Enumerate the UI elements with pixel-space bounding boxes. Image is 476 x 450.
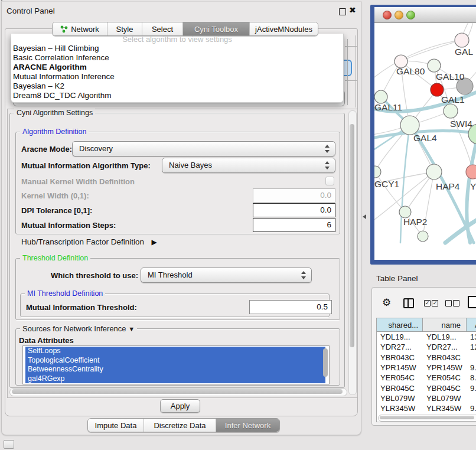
attr-list-scrollbar-thumb[interactable]: [323, 348, 328, 377]
algorithm-option[interactable]: Bayesian – Hill Climbing: [13, 44, 99, 53]
tab-select[interactable]: Select: [142, 22, 182, 35]
algorithm-option[interactable]: Dream8 DC_TDC Algorithm: [13, 91, 112, 100]
scrollbar-thumb[interactable]: [380, 416, 474, 419]
select-all-checkbox-icon[interactable]: ✓: [424, 300, 431, 306]
node-hap2[interactable]: [399, 206, 411, 218]
hub-section-toggle[interactable]: Hub/Transcription Factor Definition ▶: [21, 236, 157, 246]
threshold-definition-title: Threshold Definition: [20, 254, 90, 262]
panel-collapse-arrow[interactable]: [363, 214, 366, 219]
node-gal-partial[interactable]: [455, 33, 469, 47]
tab-style[interactable]: Style: [107, 22, 142, 35]
which-threshold-select[interactable]: MI Threshold: [141, 268, 312, 283]
node-label: Y: [470, 181, 476, 191]
mi-steps-value: 6: [327, 220, 331, 229]
table-row: YBL079WYBL079W: [377, 393, 476, 403]
mi-steps-field[interactable]: 6: [253, 218, 335, 232]
dpi-tolerance-field[interactable]: 0.0: [253, 203, 335, 217]
algorithm-definition-title: Algorithm Definition: [20, 128, 89, 136]
kernel-width-value: 0.0: [320, 191, 331, 200]
column-header-shared[interactable]: shared...: [377, 318, 423, 331]
node-gal4[interactable]: [400, 116, 419, 135]
network-view-window[interactable]: GAL GAL80 GAL10 GAL1 GAL11 SWI4 GAL4 GCY…: [370, 5, 476, 265]
mi-threshold-label: Mutual Information Threshold:: [26, 303, 137, 312]
column-header-partial[interactable]: A: [467, 318, 476, 331]
kernel-width-label: Kernel Width (0,1):: [21, 191, 89, 200]
float-icon[interactable]: [339, 8, 346, 15]
triangle-down-icon: ▼: [128, 325, 135, 332]
data-attributes-list: SelfLoops TopologicalCoefficient Between…: [22, 345, 330, 384]
node-gal11[interactable]: [374, 90, 387, 103]
network-canvas[interactable]: GAL GAL80 GAL10 GAL1 GAL11 SWI4 GAL4 GCY…: [374, 23, 476, 260]
table-row: YBR045CYBR045C9.: [377, 383, 476, 393]
table-row: YER054CYER054C8.: [377, 373, 476, 383]
node-gal10[interactable]: [428, 59, 441, 72]
node-label: GAL: [455, 47, 473, 57]
dpi-tolerance-value: 0.0: [320, 206, 331, 214]
node-label: GAL11: [374, 102, 402, 112]
aracne-mode-select[interactable]: Discovery: [72, 141, 335, 156]
deselect-all-checkbox-icon[interactable]: [453, 300, 459, 306]
mi-type-select[interactable]: Naive Bayes: [162, 158, 335, 173]
algorithm-option[interactable]: ARACNE Algorithm: [13, 63, 87, 71]
settings-vertical-scrollbar[interactable]: [348, 110, 357, 395]
table-row: YDR27...YDR27...12: [377, 342, 476, 352]
node-hap4[interactable]: [426, 164, 442, 180]
node-label: GAL10: [436, 71, 465, 81]
tab-network[interactable]: Network: [53, 22, 107, 35]
node-partial-bottom[interactable]: [418, 231, 428, 242]
attribute-item[interactable]: TopologicalCoefficient: [25, 356, 325, 366]
algorithm-option[interactable]: Bayesian – K2: [13, 81, 64, 90]
aracne-mode-value: Discovery: [79, 144, 113, 153]
zoom-traffic-button[interactable]: [406, 11, 415, 19]
which-threshold-value: MI Threshold: [148, 270, 193, 279]
table-row: YPR145WYPR145W9.: [377, 363, 476, 373]
sources-group-title[interactable]: Sources for Network Inference ▼: [20, 324, 137, 333]
attribute-item[interactable]: BetweennessCentrality: [25, 365, 325, 374]
algorithm-placeholder: Select algorithm to view settings: [11, 35, 343, 44]
columns-icon[interactable]: [403, 298, 414, 308]
select-all-checkbox-icon[interactable]: ✓: [432, 300, 438, 306]
node-salmon[interactable]: [466, 165, 476, 179]
close-traffic-button[interactable]: [383, 11, 392, 19]
node-label: HAP2: [403, 217, 428, 227]
document-icon[interactable]: [468, 296, 476, 308]
mi-threshold-value: 0.5: [317, 302, 328, 311]
mi-threshold-field[interactable]: 0.5: [249, 300, 332, 314]
data-attributes-label: Data Attributes: [19, 336, 74, 345]
table-header-row: shared... name A: [377, 318, 476, 332]
apply-button[interactable]: Apply: [160, 399, 200, 413]
tab-impute-data[interactable]: Impute Data: [88, 419, 144, 432]
tab-cyni-toolbox[interactable]: Cyni Toolbox: [182, 22, 249, 35]
close-icon[interactable]: ✖: [349, 5, 356, 15]
node-table: shared... name A YDL19...YDL19...13 YDR2…: [376, 318, 476, 422]
updown-arrows-icon: [324, 145, 330, 153]
attribute-item[interactable]: gal4RGexp: [25, 374, 325, 384]
table-row: YDL19...YDL19...13: [377, 332, 476, 342]
groupbox-fragment-top: [345, 46, 357, 47]
algorithm-option[interactable]: Mutual Information Inference: [13, 72, 115, 81]
table-horizontal-scrollbar[interactable]: [378, 415, 476, 422]
groupbox-fragment-bottom: [345, 80, 357, 81]
network-icon: [60, 25, 68, 33]
which-threshold-label: Which threshold to use:: [51, 271, 138, 280]
deselect-all-checkbox-icon[interactable]: [445, 300, 452, 306]
settings-horizontal-scrollbar[interactable]: [9, 388, 347, 396]
algorithm-option[interactable]: Basic Correlation Inference: [13, 53, 109, 62]
tab-infer-network[interactable]: Infer Network: [216, 419, 279, 432]
minimize-traffic-button[interactable]: [395, 11, 403, 19]
node-label: GAL1: [441, 94, 465, 105]
mi-type-label: Mutual Information Algorithm Type:: [21, 161, 151, 170]
table-row: YLR345WYLR345W9.: [377, 403, 476, 413]
gear-icon[interactable]: ⚙: [382, 298, 391, 308]
node-gcy1[interactable]: [374, 166, 381, 178]
dock-mini-button[interactable]: [4, 440, 14, 449]
scrollbar-thumb[interactable]: [12, 389, 343, 394]
tab-jactivemnodules[interactable]: jActiveMNodules: [249, 22, 318, 35]
hub-section-label: Hub/Transcription Factor Definition: [21, 237, 144, 246]
node-gal1[interactable]: [444, 104, 458, 118]
column-header-name[interactable]: name: [423, 318, 467, 331]
network-window-titlebar[interactable]: [374, 7, 476, 23]
attribute-item[interactable]: SelfLoops: [25, 347, 325, 356]
tab-discretize-data[interactable]: Discretize Data: [144, 419, 216, 432]
scrollbar-thumb[interactable]: [350, 124, 354, 347]
